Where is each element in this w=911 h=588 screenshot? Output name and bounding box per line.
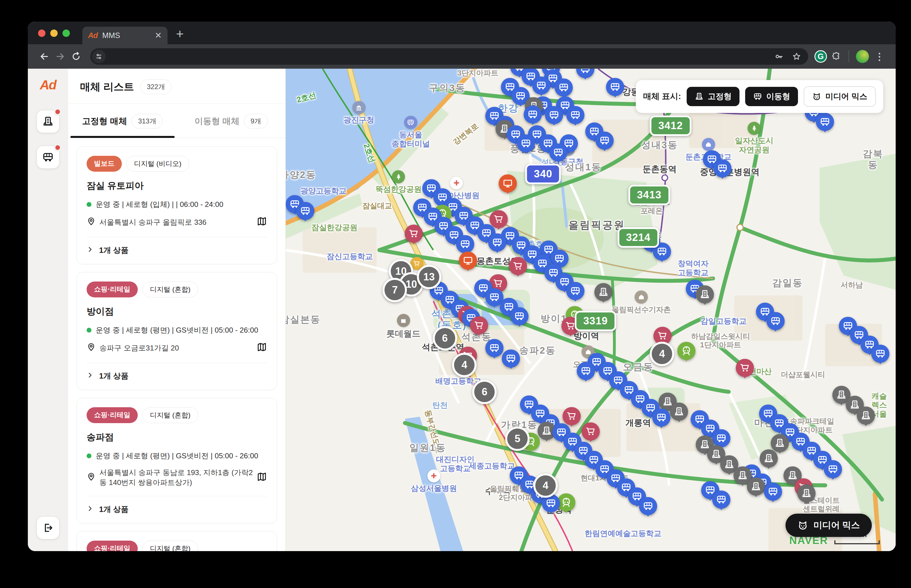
logout-button[interactable] xyxy=(37,517,59,539)
profile-avatar[interactable] xyxy=(856,50,869,63)
map-count-badge[interactable]: 340 xyxy=(525,164,561,184)
map-count-badge[interactable]: 3412 xyxy=(650,115,691,136)
map-marker-bus[interactable] xyxy=(510,307,529,325)
map-marker-cart[interactable] xyxy=(470,316,488,334)
map-marker-building[interactable] xyxy=(696,285,714,304)
map-marker-bus[interactable] xyxy=(595,131,614,150)
sidebar-fixed-media-button[interactable] xyxy=(37,110,59,133)
map-marker-bus[interactable] xyxy=(545,106,563,124)
tab-fixed-media[interactable]: 고정형 매체 313개 xyxy=(68,103,177,137)
map-cluster-marker[interactable]: 4 xyxy=(533,473,558,498)
bookmark-star-icon[interactable] xyxy=(792,52,801,61)
tab-mobile-media[interactable]: 이동형 매체 9개 xyxy=(177,103,286,137)
browser-menu-icon[interactable]: ⋮ xyxy=(875,51,884,62)
map-marker-bus[interactable] xyxy=(712,429,730,447)
map-marker-bus[interactable] xyxy=(517,134,535,152)
map-marker-cart[interactable] xyxy=(509,257,527,275)
map-marker-bus[interactable] xyxy=(639,497,657,515)
map-marker-bus[interactable] xyxy=(576,69,594,78)
map-marker-bus[interactable] xyxy=(502,350,520,368)
map-marker-bus[interactable] xyxy=(606,78,624,96)
address-bar[interactable] xyxy=(90,48,808,65)
open-map-icon[interactable] xyxy=(257,216,267,228)
map-marker-cart[interactable] xyxy=(736,359,754,377)
toggle-media-mix[interactable]: 미디어 믹스 xyxy=(804,86,876,107)
map-marker-building[interactable] xyxy=(747,477,765,496)
map-canvas[interactable]: 한강강변북로2호선2호선구의3동광진구청동서울 종합터미널3단지아파트뚝섬한강공… xyxy=(286,69,896,551)
map-marker-bus[interactable] xyxy=(712,490,730,509)
map-count-badge[interactable]: 3319 xyxy=(575,311,616,331)
map-marker-bus[interactable] xyxy=(456,235,474,254)
map-marker-bus[interactable] xyxy=(566,106,584,124)
products-toggle[interactable]: 1개 상품 xyxy=(87,496,267,515)
map-count-badge[interactable]: 3413 xyxy=(628,185,670,205)
toggle-mobile-media[interactable]: 이동형 xyxy=(745,87,798,106)
map-marker-bus[interactable] xyxy=(652,409,670,426)
browser-tab[interactable]: Ad MMS ✕ xyxy=(83,27,168,44)
building-icon xyxy=(836,389,847,400)
map-marker-bus[interactable] xyxy=(566,282,584,300)
map-marker-bus[interactable] xyxy=(577,362,595,380)
map-marker-bus[interactable] xyxy=(485,339,503,357)
media-card[interactable]: 쇼핑·리테일 디지털 (혼합) 방이점 운영 중 | 세로형 (평면) | GS… xyxy=(77,272,277,390)
map-cluster-marker[interactable]: 6 xyxy=(472,380,497,404)
map-marker-building[interactable] xyxy=(670,403,688,421)
map-cluster-marker[interactable]: 7 xyxy=(382,278,407,302)
site-settings-icon[interactable] xyxy=(92,50,106,63)
map-marker-building[interactable] xyxy=(760,449,778,467)
map-marker-cart[interactable] xyxy=(563,407,581,425)
minimize-window-button[interactable] xyxy=(50,29,58,37)
map-marker-building[interactable] xyxy=(857,406,875,425)
map-marker-cart[interactable] xyxy=(405,225,423,242)
extensions-puzzle-icon[interactable] xyxy=(832,52,841,61)
map-cluster-marker[interactable]: 4 xyxy=(452,353,477,377)
map-cluster-marker[interactable]: 5 xyxy=(505,426,530,451)
map-marker-tv[interactable] xyxy=(459,252,477,270)
map-marker-building[interactable] xyxy=(798,484,816,502)
map-cluster-marker[interactable]: 6 xyxy=(433,326,457,351)
map-marker-bus[interactable] xyxy=(816,113,834,131)
map-marker-bus[interactable] xyxy=(871,345,889,363)
map-marker-bus[interactable] xyxy=(532,76,550,95)
open-map-icon[interactable] xyxy=(257,342,267,354)
media-mix-button[interactable]: 미디어 믹스 xyxy=(785,514,872,537)
tab-close-icon[interactable]: ✕ xyxy=(155,31,162,40)
open-map-icon[interactable] xyxy=(257,472,267,484)
map-marker-bus[interactable] xyxy=(524,105,542,123)
window-controls[interactable] xyxy=(38,29,70,37)
forward-icon[interactable] xyxy=(52,48,68,65)
map-marker-cart[interactable] xyxy=(582,422,600,441)
map-count-badge[interactable]: 3214 xyxy=(617,227,659,248)
map-cluster-marker[interactable]: 13 xyxy=(417,265,441,289)
zoom-window-button[interactable] xyxy=(63,29,70,37)
map-marker-bus[interactable] xyxy=(488,233,506,252)
map-marker-building[interactable] xyxy=(771,434,789,452)
notification-dot xyxy=(54,108,61,116)
new-tab-button[interactable]: + xyxy=(176,26,184,42)
grammarly-extension-icon[interactable]: G xyxy=(814,50,827,63)
map-marker-tv[interactable] xyxy=(499,174,517,192)
map-marker-bus[interactable] xyxy=(555,78,573,97)
map-marker-bus[interactable] xyxy=(549,144,567,162)
map-marker-bus[interactable] xyxy=(767,312,785,330)
media-card[interactable]: 쇼핑·리테일 디지털 (혼합) 문정역점 운영 중 | 세로형 (평면) | G… xyxy=(77,531,277,551)
sidebar-mobile-media-button[interactable] xyxy=(37,146,59,168)
category-badge: 빌보드 xyxy=(87,156,122,172)
products-toggle[interactable]: 1개 상품 xyxy=(87,237,267,255)
back-icon[interactable] xyxy=(36,48,52,65)
close-window-button[interactable] xyxy=(38,29,45,37)
map-marker-cart[interactable] xyxy=(490,210,508,228)
map-marker-train[interactable] xyxy=(677,342,696,360)
map-marker-bus[interactable] xyxy=(824,460,842,478)
password-key-icon[interactable] xyxy=(774,52,784,61)
toggle-fixed-media[interactable]: 고정형 xyxy=(687,87,739,106)
reload-icon[interactable] xyxy=(68,48,84,65)
map-cluster-marker[interactable]: 4 xyxy=(650,342,674,366)
map-marker-bus[interactable] xyxy=(296,202,314,220)
map-marker-bus[interactable] xyxy=(714,160,731,178)
media-card[interactable]: 쇼핑·리테일 디지털 (혼합) 송파점 운영 중 | 세로형 (평면) | GS… xyxy=(77,398,277,523)
media-card[interactable]: 빌보드 디지털 (비디오) 잠실 유토피아 운영 중 | 세로형 (입체) | … xyxy=(77,147,277,264)
map-marker-bus[interactable] xyxy=(764,483,782,501)
map-marker-building[interactable] xyxy=(594,283,613,301)
products-toggle[interactable]: 1개 상품 xyxy=(87,363,267,381)
